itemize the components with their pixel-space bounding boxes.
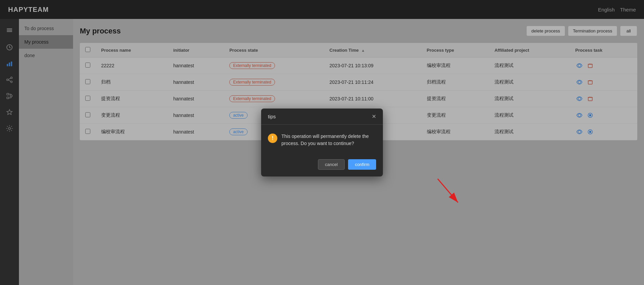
modal-body: ! This operation will permanently delete… — [261, 125, 383, 155]
modal-title: tips — [268, 114, 276, 119]
modal-close-button[interactable]: ✕ — [372, 113, 376, 120]
warning-icon: ! — [268, 134, 277, 143]
cancel-button[interactable]: cancel — [318, 159, 345, 170]
modal-overlay[interactable]: tips ✕ ! This operation will permanently… — [0, 0, 644, 285]
modal-message: This operation will permanently delete t… — [281, 133, 376, 147]
tips-modal: tips ✕ ! This operation will permanently… — [261, 109, 383, 176]
modal-header: tips ✕ — [261, 109, 383, 125]
confirm-button[interactable]: confirm — [348, 159, 376, 170]
modal-footer: cancel confirm — [261, 155, 383, 176]
